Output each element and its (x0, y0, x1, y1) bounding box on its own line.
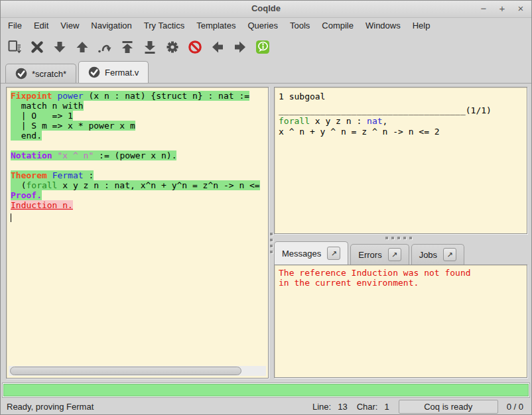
check-circle-icon (15, 68, 27, 80)
down-arrow-icon (52, 39, 68, 55)
up-arrow-icon (74, 39, 90, 55)
tab-messages[interactable]: Messages ↗ (274, 241, 348, 265)
document-arrow-down-icon (7, 39, 23, 55)
messages-view[interactable]: The reference Induction was not foundin … (274, 265, 527, 378)
info-bubble-icon (255, 39, 271, 55)
menu-item-try-tactics[interactable]: Try Tactics (138, 19, 190, 32)
detach-arrow-icon: ↗ (391, 251, 397, 259)
forward-one-command-button[interactable] (48, 36, 71, 58)
horizontal-splitter[interactable] (372, 235, 425, 241)
tab-scratch[interactable]: *scratch* (5, 64, 76, 83)
previous-occurrence-button[interactable] (206, 36, 229, 58)
fully-check-button[interactable] (161, 36, 184, 58)
main-area: Fixpoint power (x n : nat) {struct n} : … (1, 84, 531, 383)
horizontal-scrollbar[interactable] (9, 366, 266, 376)
line-label: Line: (312, 402, 331, 412)
detach-messages-button[interactable]: ↗ (327, 247, 340, 260)
menu-item-windows[interactable]: Windows (360, 19, 407, 32)
interrupt-button[interactable] (184, 36, 206, 58)
save-document-button[interactable] (3, 36, 26, 58)
tab-label-messages: Messages (282, 249, 321, 259)
menubar: FileEditViewNavigationTry TacticsTemplat… (1, 18, 531, 33)
about-button[interactable] (251, 36, 274, 58)
menu-item-help[interactable]: Help (407, 19, 436, 32)
run-to-cursor-button[interactable] (94, 36, 116, 58)
goal-statement: forall x y z n : nat,x ^ n + y ^ n = z ^… (279, 116, 524, 137)
menu-item-edit[interactable]: Edit (28, 19, 54, 32)
toolbar (1, 33, 531, 60)
goal-separator: ____________________________________(1/1… (279, 105, 524, 116)
status-message: Ready, proving Fermat (7, 402, 94, 412)
detach-errors-button[interactable]: ↗ (388, 248, 401, 261)
subgoal-header: 1 subgoal (279, 91, 524, 102)
check-circle-icon (88, 66, 100, 78)
tab-label-jobs: Jobs (419, 250, 437, 260)
scrollbar-thumb[interactable] (10, 367, 241, 375)
next-occurrence-button[interactable] (229, 36, 251, 58)
maximize-button[interactable]: + (497, 3, 507, 15)
tab-label-errors: Errors (358, 250, 381, 260)
window-controls: − + × (478, 3, 526, 15)
close-button[interactable]: × (515, 3, 526, 15)
goal-view[interactable]: 1 subgoal ______________________________… (274, 87, 527, 234)
window-title: CoqIde (1, 3, 531, 13)
close-x-icon (29, 39, 45, 55)
menu-item-view[interactable]: View (54, 19, 85, 32)
progress-fill (3, 384, 529, 396)
detach-arrow-icon: ↗ (331, 249, 337, 258)
messages-tabstrip: Messages ↗ Errors ↗ Jobs ↗ (274, 241, 466, 265)
tab-jobs[interactable]: Jobs ↗ (411, 244, 464, 265)
status-right: Line: 13 Char: 1 Coq is ready 0 / 0 (312, 400, 526, 414)
menu-item-tools[interactable]: Tools (284, 19, 316, 32)
close-buffer-button[interactable] (26, 36, 48, 58)
progress-bar (2, 383, 530, 398)
char-value: 1 (384, 402, 389, 412)
menu-item-navigation[interactable]: Navigation (85, 19, 137, 32)
message-text: The reference Induction was not foundin … (279, 268, 527, 288)
tab-label-scratch: *scratch* (32, 69, 66, 79)
coq-status-indicator: Coq is ready (399, 400, 498, 414)
menu-item-templates[interactable]: Templates (190, 19, 241, 32)
minimize-button[interactable]: − (478, 3, 489, 15)
right-arrow-icon (232, 39, 248, 55)
left-arrow-icon (210, 39, 226, 55)
vertical-splitter[interactable] (269, 219, 274, 266)
menu-item-compile[interactable]: Compile (316, 19, 360, 32)
menu-item-file[interactable]: File (2, 19, 28, 32)
detach-arrow-icon: ↗ (447, 251, 453, 259)
script-code: Fixpoint power (x n : nat) {struct n} : … (7, 88, 268, 220)
tab-errors[interactable]: Errors ↗ (350, 244, 409, 265)
editor-tabstrip: *scratch* Fermat.v (1, 60, 531, 84)
detach-jobs-button[interactable]: ↗ (443, 248, 456, 261)
menu-item-queries[interactable]: Queries (241, 19, 284, 32)
char-label: Char: (357, 402, 378, 412)
backward-one-command-button[interactable] (71, 36, 94, 58)
interrupt-no-sign-icon (187, 39, 203, 55)
line-value: 13 (338, 402, 347, 412)
up-arrow-to-bar-icon (119, 39, 135, 55)
gear-icon (165, 39, 180, 55)
script-editor[interactable]: Fixpoint power (x n : nat) {struct n} : … (6, 87, 269, 379)
tab-fermat[interactable]: Fermat.v (78, 61, 149, 83)
run-to-end-button[interactable] (139, 36, 161, 58)
titlebar: CoqIde − + × (1, 1, 531, 18)
tab-label-fermat: Fermat.v (105, 68, 139, 78)
goal-counter: 0 / 0 (507, 402, 523, 412)
down-arrow-to-bar-icon (142, 39, 158, 55)
statusbar: Ready, proving Fermat Line: 13 Char: 1 C… (1, 398, 531, 415)
coqide-window: CoqIde − + × FileEditViewNavigationTry T… (0, 0, 532, 415)
restart-button[interactable] (116, 36, 139, 58)
run-to-cursor-icon (97, 39, 113, 55)
